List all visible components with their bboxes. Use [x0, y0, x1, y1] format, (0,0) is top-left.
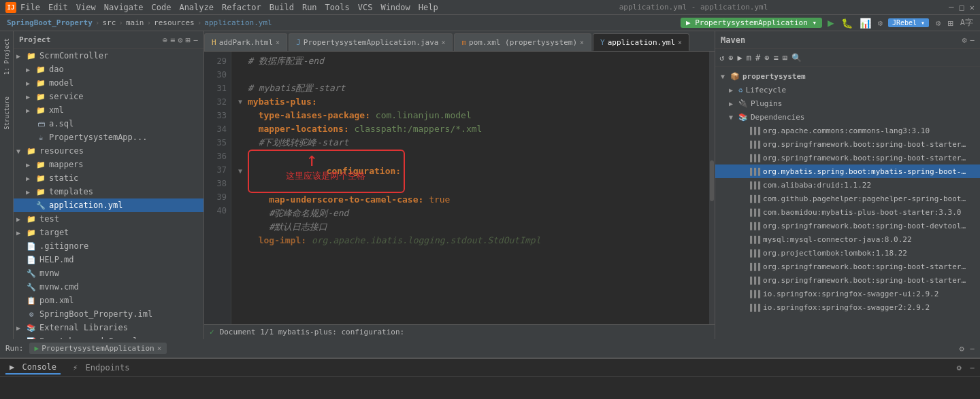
maven-list-btn[interactable]: ≡	[773, 53, 778, 63]
menu-refactor[interactable]: Refactor	[222, 3, 261, 12]
menu-view[interactable]: View	[76, 3, 96, 12]
settings-btn-2[interactable]: ⚙	[878, 18, 883, 28]
maven-dep-druid[interactable]: ▐▐▐ com.alibaba:druid:1.1.22	[715, 178, 980, 192]
menu-code[interactable]: Code	[152, 3, 172, 12]
run-settings-icon[interactable]: ⚙	[960, 344, 964, 353]
menu-build[interactable]: Build	[270, 3, 294, 12]
layout-icon[interactable]: ⊞	[947, 18, 953, 29]
tree-item[interactable]: ▶📚External Libraries	[14, 321, 203, 334]
maven-minimize-icon[interactable]: −	[970, 35, 975, 45]
maven-search-btn[interactable]: 🔍	[791, 53, 802, 63]
tab-propertysystem-app[interactable]: J PropertysystemApplication.java ×	[289, 33, 453, 51]
bottom-close-icon[interactable]: −	[970, 363, 975, 372]
tab-close[interactable]: ×	[678, 39, 682, 46]
breadcrumb-file[interactable]: application.yml	[204, 18, 272, 27]
run-btn[interactable]: ▶	[828, 16, 834, 29]
tree-item[interactable]: ▶📁test	[14, 212, 203, 226]
breadcrumb-main[interactable]: main	[126, 18, 144, 27]
tree-item[interactable]: 🔧mvnw	[14, 266, 203, 280]
run-minimize-icon[interactable]: −	[970, 344, 975, 353]
maven-settings-icon[interactable]: ⚙	[962, 35, 967, 45]
tree-item[interactable]: 🔧mvnw.cmd	[14, 280, 203, 294]
maven-dependencies[interactable]: ▼ 📚 Dependencies	[715, 110, 980, 124]
tree-item[interactable]: ⚙SpringBoot_Property.iml	[14, 307, 203, 321]
menu-navigate[interactable]: Navigate	[104, 3, 144, 12]
maven-lifecycle[interactable]: ▶ ♻ Lifecycle	[715, 83, 980, 97]
sidebar-icon-1[interactable]: ⊕	[163, 35, 167, 45]
tab-close[interactable]: ×	[580, 39, 584, 46]
tree-item[interactable]: ▶📝Scratches and Consoles	[14, 334, 203, 339]
profile-btn[interactable]: 📊	[860, 18, 871, 29]
maven-add-btn[interactable]: ⊕	[728, 53, 733, 63]
tree-item[interactable]: 📄.gitignore	[14, 239, 203, 253]
tab-pom[interactable]: m pom.xml (propertysystem) ×	[454, 33, 591, 51]
sidebar-icon-4[interactable]: ⊞	[186, 35, 191, 45]
menu-analyze[interactable]: Analyze	[179, 3, 214, 12]
maven-dep-devtools[interactable]: ▐▐▐ org.springframework.boot:spring-boot…	[715, 219, 980, 232]
editor-scrollbar[interactable]	[709, 52, 715, 324]
run-close-btn[interactable]: ×	[157, 344, 162, 353]
maven-dep-mybatis-plus[interactable]: ▐▐▐ com.baomidou:mybatis-plus-boot-start…	[715, 205, 980, 219]
menu-tools[interactable]: Tools	[325, 3, 350, 12]
maven-dep-swagger-ui[interactable]: ▐▐▐ io.springfox:springfox-swagger-ui:2.…	[715, 287, 980, 300]
maven-dep-logging[interactable]: ▐▐▐ org.springframework.boot:spring-boot…	[715, 260, 980, 273]
maximize-btn[interactable]: □	[960, 3, 964, 12]
tree-item[interactable]: ▼📁resources	[14, 144, 203, 158]
maven-dep-swagger2[interactable]: ▐▐▐ io.springfox:springfox-swagger2:2.9.…	[715, 300, 980, 314]
breadcrumb-src[interactable]: src	[102, 18, 116, 27]
tree-item[interactable]: ▶📁static	[14, 171, 203, 185]
maven-skip-btn[interactable]: m	[747, 53, 751, 63]
tab-application-yml[interactable]: Y application.yml ×	[593, 33, 689, 51]
maven-dep-commons-lang[interactable]: ▐▐▐ org.apache.commons:commons-lang3:3.1…	[715, 124, 980, 137]
breadcrumb-project[interactable]: SpringBoot_Property	[7, 18, 93, 27]
tab-close[interactable]: ×	[276, 39, 280, 46]
tree-item[interactable]: ▶📁model	[14, 76, 203, 90]
tree-item-application-yml[interactable]: 🔧application.yml	[14, 198, 203, 212]
fold-btn-32[interactable]: ▼	[238, 95, 246, 109]
sidebar-icon-5[interactable]: −	[193, 35, 198, 45]
maven-download-btn[interactable]: ⊕	[764, 53, 769, 63]
tree-item[interactable]: ☕PropertysystemApp...	[14, 131, 203, 144]
tree-item[interactable]: ▶📁xml	[14, 103, 203, 117]
tab-addpark[interactable]: H addPark.html ×	[204, 33, 287, 51]
structure-side-tab[interactable]: Structure	[2, 92, 12, 134]
tree-item[interactable]: ▶📁templates	[14, 185, 203, 198]
maven-dep-mybatis[interactable]: ▐▐▐ org.mybatis.spring.boot:mybatis-spri…	[715, 164, 980, 178]
jrebel-btn[interactable]: JRebel ▾	[888, 18, 929, 27]
tree-item[interactable]: ▶📁ScrmController	[14, 49, 203, 63]
maven-root[interactable]: ▼ 📦 propertysystem	[715, 69, 980, 83]
debug-btn[interactable]: 🐛	[841, 18, 853, 29]
tab-close[interactable]: ×	[441, 39, 445, 46]
console-tab[interactable]: ▶ Console	[5, 361, 61, 375]
maven-dep-mysql[interactable]: ▐▐▐ mysql:mysql-connector-java:8.0.22	[715, 232, 980, 246]
tree-item[interactable]: 🗃a.sql	[14, 117, 203, 131]
project-tab[interactable]: 1: Project	[2, 34, 12, 79]
run-config-btn[interactable]: ▶ PropertysystemApplication ▾	[681, 18, 822, 28]
maven-run-btn[interactable]: ▶	[737, 53, 742, 63]
maven-tree-btn[interactable]: ⊞	[783, 53, 787, 63]
tree-item[interactable]: 📄HELP.md	[14, 253, 203, 266]
tree-item[interactable]: 📋pom.xml	[14, 294, 203, 307]
minimize-btn[interactable]: ─	[949, 3, 953, 12]
tree-item[interactable]: ▶📁target	[14, 226, 203, 239]
translate-icon[interactable]: A字	[960, 17, 973, 29]
maven-plugins[interactable]: ▶ 🔌 Plugins	[715, 97, 980, 110]
maven-dep-spring-web[interactable]: ▐▐▐ org.springframework.boot:spring-boot…	[715, 137, 980, 151]
run-app-btn[interactable]: ▶ PropertysystemApplication ×	[29, 343, 167, 354]
tree-item[interactable]: ▶📁dao	[14, 63, 203, 76]
maven-dep-test[interactable]: ▐▐▐ org.springframework.boot:spring-boot…	[715, 273, 980, 287]
maven-dep-pagehelper[interactable]: ▐▐▐ com.github.pagehelper:pagehelper-spr…	[715, 192, 980, 205]
bottom-settings-icon[interactable]: ⚙	[957, 363, 962, 372]
maven-dep-spring-thymeleaf[interactable]: ▐▐▐ org.springframework.boot:spring-boot…	[715, 151, 980, 164]
menu-file[interactable]: File	[20, 3, 40, 12]
menu-window[interactable]: Window	[380, 3, 410, 12]
menu-vcs[interactable]: VCS	[358, 3, 373, 12]
menu-edit[interactable]: Edit	[48, 3, 68, 12]
tree-item[interactable]: ▶📁mappers	[14, 158, 203, 171]
gear-icon[interactable]: ⚙	[936, 18, 941, 28]
menu-help[interactable]: Help	[419, 3, 438, 12]
tree-item[interactable]: ▶📁service	[14, 90, 203, 103]
maven-dep-lombok[interactable]: ▐▐▐ org.projectlombok:lombok:1.18.22	[715, 246, 980, 260]
breadcrumb-resources[interactable]: resources	[154, 18, 195, 27]
close-btn[interactable]: ✕	[970, 3, 975, 12]
